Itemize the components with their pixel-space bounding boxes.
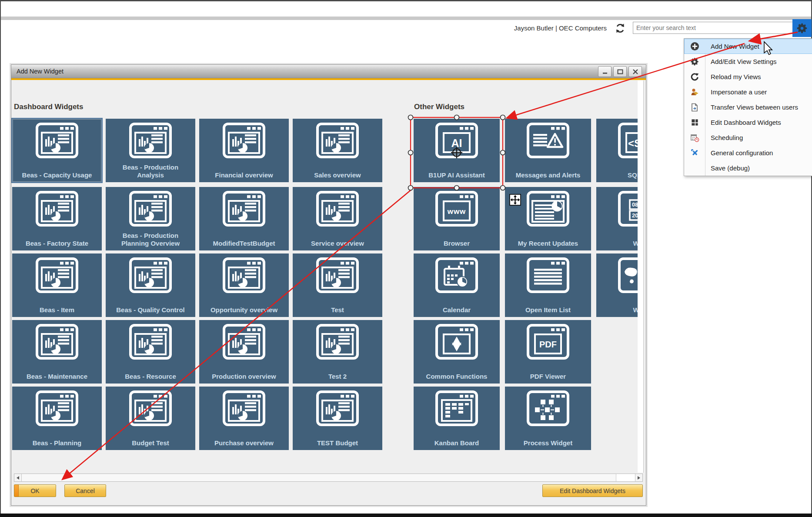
widget-tile-beas-item[interactable]: Beas - Item [12, 253, 102, 317]
menu-item-scheduling[interactable]: Scheduling [684, 130, 812, 145]
dashboard-icon [35, 390, 79, 427]
settings-gear-button[interactable] [792, 19, 812, 37]
widget-tile-label: B1UP AI Assistant [417, 171, 496, 179]
dashboard-grid-icon [684, 118, 705, 127]
widget-tile-wor[interactable]: Wor [596, 253, 638, 317]
widget-tile-beas-production-planning-overview[interactable]: Beas - Production Planning Overview [106, 187, 195, 250]
widget-tile-my-recent-updates[interactable]: My Recent Updates [505, 187, 591, 250]
svg-text:20:0: 20:0 [632, 212, 638, 219]
edit-dashboard-widgets-button[interactable]: Edit Dashboard Widgets [542, 484, 643, 497]
widget-tile-label: Beas - Resource [109, 373, 192, 380]
widget-tile-messages-and-alerts[interactable]: Messages and Alerts [505, 119, 591, 182]
widget-tile-calendar[interactable]: Calendar [414, 253, 500, 317]
window-frame-left [0, 0, 1, 514]
widget-tile-wor[interactable]: 08:0 20:0 Wor [596, 187, 638, 250]
menu-item-label: Add/Edit View Settings [705, 58, 776, 65]
section-title-dashboard-widgets: Dashboard Widgets [14, 103, 83, 111]
menu-item-save-debug[interactable]: Save (debug) [684, 160, 812, 176]
refresh-icon[interactable] [613, 22, 627, 35]
menu-item-edit-dashboard-widgets[interactable]: Edit Dashboard Widgets [684, 115, 812, 130]
add-new-widget-dialog: Add New Widget Dashboard Widgets Other W… [11, 64, 646, 506]
widget-tile-open-item-list[interactable]: Open Item List [505, 253, 591, 317]
tools-icon [684, 148, 705, 157]
menu-item-impersonate-a-user[interactable]: Impersonate a user [684, 84, 812, 100]
horizontal-scrollbar[interactable] [14, 474, 643, 482]
widget-tile-test-budget[interactable]: TEST Budget [293, 387, 382, 450]
dashboard-icon [316, 190, 359, 227]
cancel-button[interactable]: Cancel [64, 484, 106, 497]
scrollbar-thumb[interactable] [22, 474, 616, 481]
gear-icon [796, 23, 808, 34]
widget-tile-opportunity-overview[interactable]: Opportunity overview [199, 253, 289, 317]
menu-item-label: Reload my Views [705, 73, 761, 80]
widget-tile-beas-quality-control[interactable]: Beas - Quality Control [106, 253, 195, 317]
widget-tile-label: Calendar [417, 306, 496, 314]
widget-tile-beas-planning[interactable]: Beas - Planning [12, 387, 102, 450]
widget-tile-label: Beas - Planning [16, 439, 98, 447]
scheduling-calendar-icon [684, 133, 705, 142]
widget-tile-kanban-board[interactable]: Kanban Board [414, 387, 500, 450]
scroll-left-button[interactable] [14, 474, 22, 481]
widget-tile-modifiedtestbudget[interactable]: ModifiedTestBudget [199, 187, 289, 250]
dialog-title: Add New Widget [17, 68, 63, 75]
widget-tile-beas-resource[interactable]: Beas - Resource [106, 320, 195, 384]
gallery-right-gutter [638, 80, 644, 473]
widget-tile-beas-factory-state[interactable]: Beas - Factory State [12, 187, 102, 250]
dashboard-icon [129, 390, 172, 427]
widget-tile-financial-overview[interactable]: Financial overview [199, 119, 289, 182]
dialog-titlebar[interactable]: Add New Widget [11, 65, 646, 78]
maximize-icon [617, 69, 623, 74]
app-window: Jayson Butler | OEC Computers Add New Wi… [0, 0, 812, 517]
widget-tile-label: Common Functions [417, 373, 496, 380]
widget-tile-sales-overview[interactable]: Sales overview [293, 119, 382, 182]
menu-item-general-configuration[interactable]: General configuration [684, 145, 812, 160]
dashboard-icon [35, 122, 79, 159]
widget-tile-label: Beas - Maintenance [16, 373, 98, 380]
widget-tile-purchase-overview[interactable]: Purchase overview [199, 387, 289, 450]
widget-tile-budget-test[interactable]: Budget Test [106, 387, 195, 450]
widget-tile-common-functions[interactable]: Common Functions [414, 320, 500, 384]
widget-tile-beas-production-analysis[interactable]: Beas - Production Analysis [106, 119, 195, 182]
svg-text:<S: <S [628, 137, 638, 149]
minimize-icon [602, 69, 608, 74]
widget-tile-beas-capacity-usage[interactable]: Beas - Capacity Usage [12, 119, 102, 182]
widget-tile-label: Beas - Item [16, 306, 98, 314]
widget-tile-label: Purchase overview [203, 439, 285, 447]
window-frame-bottom [0, 514, 812, 517]
widget-tile-label: Beas - Production Planning Overview [109, 232, 192, 247]
menu-item-transfer-views-between-users[interactable]: Transfer Views between users [684, 100, 812, 115]
window-frame-top [0, 0, 812, 1]
close-button[interactable] [628, 66, 642, 77]
menu-item-reload-my-views[interactable]: Reload my Views [684, 69, 812, 84]
widget-tile-label: Test 2 [296, 373, 379, 380]
widget-tile-browser[interactable]: www Browser [414, 187, 500, 250]
menu-item-add-edit-view-settings[interactable]: Add/Edit View Settings [684, 54, 812, 69]
dashboard-icon [222, 390, 266, 427]
widget-tile-production-overview[interactable]: Production overview [199, 320, 289, 384]
menu-item-add-new-widget[interactable]: Add New Widget [684, 39, 812, 54]
widget-tile-b1up-ai-assistant[interactable]: AI B1UP AI Assistant [414, 119, 500, 182]
scroll-right-button[interactable] [635, 474, 642, 481]
maximize-button[interactable] [613, 66, 627, 77]
svg-text:www: www [447, 207, 466, 216]
toolbar-divider [1, 17, 811, 20]
widget-tile-label: ModifiedTestBudget [203, 240, 285, 247]
widget-tile-label: Beas - Factory State [16, 240, 98, 247]
widget-tile-label: Wor [600, 306, 638, 314]
widget-tile-pdf-viewer[interactable]: PDF PDF Viewer [505, 320, 591, 384]
widget-tile-process-widget[interactable]: Process Widget [505, 387, 591, 450]
widget-tile-test-2[interactable]: Test 2 [293, 320, 382, 384]
dashboard-icon [129, 324, 172, 360]
dashboard-icon [35, 257, 79, 294]
search-input[interactable] [633, 22, 793, 34]
menu-item-label: Impersonate a user [705, 88, 767, 96]
widget-tile-label: Beas - Quality Control [109, 306, 192, 314]
minimize-button[interactable] [598, 66, 612, 77]
widget-tile-sql-re[interactable]: <S SQL Re [596, 119, 638, 182]
widget-tile-label: Open Item List [508, 306, 588, 314]
widget-tile-test[interactable]: Test [293, 253, 382, 317]
widget-tile-label: SQL Re [600, 171, 638, 179]
widget-tile-beas-maintenance[interactable]: Beas - Maintenance [12, 320, 102, 384]
widget-tile-service-overview[interactable]: Service overview [293, 187, 382, 250]
ok-button[interactable]: OK [14, 484, 56, 497]
